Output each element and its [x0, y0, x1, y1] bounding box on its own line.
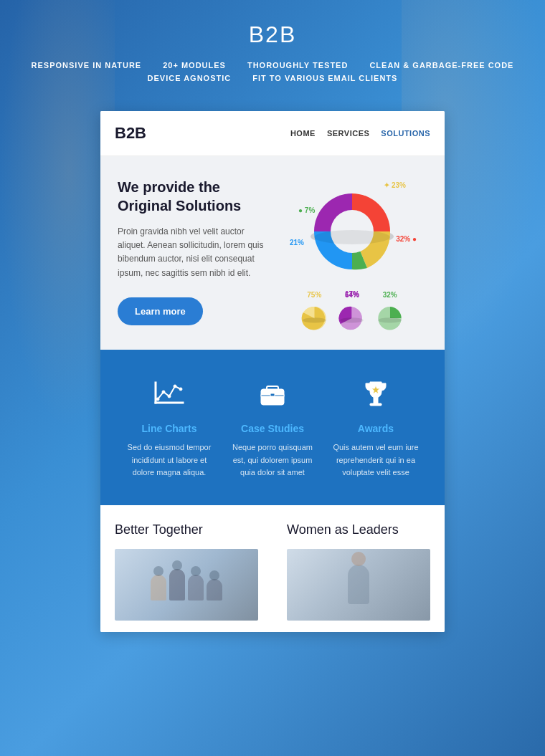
- hero-left: We provide the Original Solutions Proin …: [118, 178, 272, 332]
- feature-title-2: Case Studies: [228, 423, 317, 434]
- trophy-svg: [359, 376, 393, 411]
- feature-desc-3: Quis autem vel eum iure reprehenderit qu…: [331, 441, 420, 479]
- learn-more-button[interactable]: Learn more: [118, 297, 203, 325]
- meeting-image: [115, 549, 258, 621]
- hero-body: Proin gravida nibh vel velit auctor aliq…: [118, 225, 272, 280]
- nav-home[interactable]: HOME: [290, 129, 316, 138]
- feature-title-3: Awards: [331, 423, 420, 434]
- chart-label-23: ✦ 23%: [384, 181, 406, 189]
- donut-chart-container: ✦ 23% ● 7% 21% 32% ●: [284, 178, 420, 332]
- bottom-title-1: Better Together: [115, 522, 258, 537]
- svg-point-2: [314, 230, 390, 244]
- card-logo: B2B: [115, 124, 146, 143]
- svg-rect-14: [261, 389, 284, 405]
- feature-case-studies: Case Studies Neque porro quisquam est, q…: [221, 375, 324, 479]
- svg-point-6: [378, 317, 401, 322]
- bottom-image-meeting: [115, 549, 258, 621]
- mini-pie-2: [336, 300, 368, 332]
- bottom-image-leader: [287, 549, 430, 621]
- feature-desc-2: Neque porro quisquam est, qui dolorem ip…: [228, 441, 317, 479]
- chart-label-21: 21%: [290, 239, 304, 247]
- leader-silhouette: [348, 565, 369, 604]
- mini-label-3: 32%: [383, 291, 397, 299]
- mini-label-1: 75%: [307, 291, 321, 299]
- card-header: B2B HOME SERVICES SOLUTIONS: [100, 111, 445, 156]
- feature-tag-5: DEVICE AGNOSTIC: [148, 74, 232, 82]
- feature-tag-3: THOROUGHLY TESTED: [247, 61, 348, 70]
- features-section: Line Charts Sed do eiusmod tempor incidi…: [100, 350, 445, 505]
- svg-point-9: [156, 398, 159, 401]
- feature-title-1: Line Charts: [125, 423, 214, 434]
- briefcase-icon: [255, 375, 290, 411]
- feature-awards: Awards Quis autem vel eum iure reprehend…: [324, 375, 427, 479]
- chart-label-32: 32% ●: [396, 235, 417, 243]
- mini-chart-3: 32%: [374, 291, 406, 332]
- nav-services[interactable]: SERVICES: [327, 129, 369, 138]
- person-1: [151, 575, 166, 601]
- svg-point-10: [162, 391, 165, 393]
- nav-solutions[interactable]: SOLUTIONS: [381, 129, 430, 138]
- chart-label-17: 17%: [345, 290, 359, 298]
- chart-label-7: ● 7%: [298, 206, 315, 214]
- hero-section: We provide the Original Solutions Proin …: [100, 156, 445, 350]
- svg-point-11: [168, 395, 171, 398]
- feature-tag-2: 20+ MODULES: [163, 61, 226, 70]
- page-content: B2B RESPONSIVE IN NATURE 20+ MODULES THO…: [0, 0, 545, 632]
- feature-tags: RESPONSIVE IN NATURE 20+ MODULES THOROUG…: [14, 61, 531, 82]
- svg-rect-7: [155, 402, 184, 403]
- mini-chart-1: 75%: [298, 291, 331, 332]
- mini-pie-1: [298, 300, 331, 332]
- person-2: [169, 569, 185, 601]
- page-title: B2B: [14, 21, 531, 48]
- line-chart-icon: [151, 375, 187, 411]
- trophy-icon: [358, 375, 394, 411]
- svg-point-13: [179, 388, 182, 391]
- donut-svg: [298, 178, 406, 285]
- svg-point-12: [174, 385, 176, 388]
- feature-line-charts: Line Charts Sed do eiusmod tempor incidi…: [118, 375, 221, 479]
- line-chart-svg: [152, 376, 186, 411]
- hero-right: ✦ 23% ● 7% 21% 32% ●: [284, 178, 427, 332]
- svg-point-5: [341, 317, 364, 322]
- person-3: [188, 575, 204, 601]
- bottom-section: Better Together Women as Leaders: [100, 505, 445, 632]
- feature-tag-6: FIT TO VARIOUS EMAIL CLIENTS: [252, 74, 397, 82]
- svg-rect-19: [370, 403, 382, 406]
- email-card: B2B HOME SERVICES SOLUTIONS We provide t…: [100, 111, 445, 632]
- svg-rect-15: [267, 386, 278, 391]
- bottom-col-1: Better Together: [100, 505, 272, 632]
- card-nav: HOME SERVICES SOLUTIONS: [290, 129, 430, 138]
- bottom-col-2: Women as Leaders: [272, 505, 445, 632]
- feature-desc-1: Sed do eiusmod tempor incididunt ut labo…: [125, 441, 214, 479]
- feature-tag-1: RESPONSIVE IN NATURE: [32, 61, 142, 70]
- svg-rect-8: [155, 382, 156, 403]
- feature-tag-4: CLEAN & GARBAGE-FREE CODE: [369, 61, 513, 70]
- svg-point-4: [303, 317, 326, 322]
- svg-rect-17: [270, 393, 275, 396]
- page-header: B2B RESPONSIVE IN NATURE 20+ MODULES THO…: [0, 0, 545, 97]
- silhouette-group: [151, 569, 222, 601]
- bottom-title-2: Women as Leaders: [287, 522, 430, 537]
- leader-image: [287, 549, 430, 621]
- mini-pie-3: [374, 300, 406, 332]
- briefcase-svg: [255, 376, 290, 411]
- hero-title: We provide the Original Solutions: [118, 178, 272, 215]
- person-4: [207, 579, 222, 601]
- svg-rect-18: [374, 398, 378, 403]
